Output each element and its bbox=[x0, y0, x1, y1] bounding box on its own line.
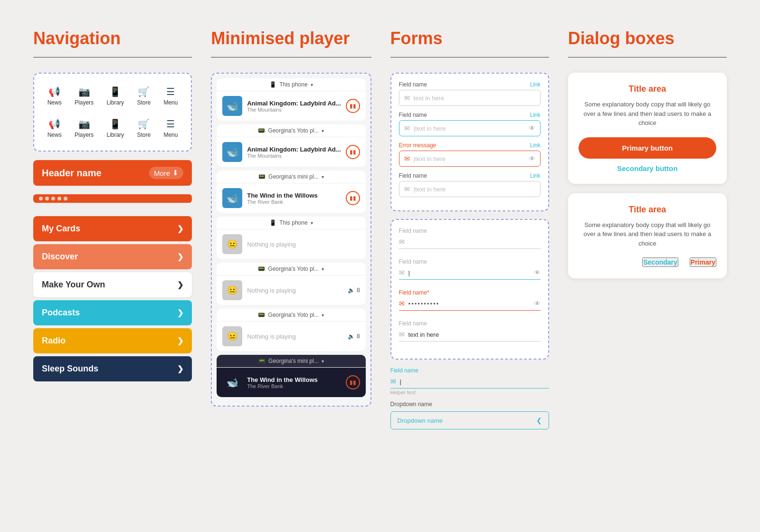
chevron-right-icon-2: ❯ bbox=[177, 252, 183, 261]
nav-item-news[interactable]: 📢 News bbox=[48, 86, 62, 106]
form-input-2[interactable]: ✉ |text in here 👁 bbox=[399, 120, 541, 136]
player-card-2: 📟 Georgina's Yoto pl... ▾ 🐋 Animal Kingd… bbox=[217, 124, 365, 167]
dialog-primary-button-1[interactable]: Primary button bbox=[579, 137, 716, 159]
device-bar-1[interactable]: 📱 This phone ▾ bbox=[217, 78, 365, 91]
player-nothing-2: 😐 Nothing is playing 🔉 8 bbox=[217, 276, 365, 305]
underline-label-2: Field name bbox=[399, 258, 541, 265]
form-input-1[interactable]: ✉ text in here bbox=[399, 90, 541, 106]
form-field-1: Field name Link ✉ text in here bbox=[399, 81, 541, 106]
phone-icon: 📱 bbox=[269, 81, 276, 88]
chevron-down-icon-6: ▾ bbox=[322, 313, 324, 318]
chevron-right-icon-3: ❯ bbox=[177, 280, 183, 289]
volume-value-2: 8 bbox=[357, 333, 360, 340]
underline-input-1[interactable]: ✉ bbox=[399, 235, 541, 249]
library-icon-2: 📱 bbox=[109, 118, 121, 130]
nav-label-store-2: Store bbox=[137, 132, 151, 138]
device-bar-3[interactable]: 📟 Georgina's mini pl... ▾ bbox=[217, 171, 365, 183]
nav-item-library-2[interactable]: 📱 Library bbox=[106, 118, 124, 138]
pause-btn-7[interactable]: ▮▮ bbox=[346, 375, 360, 390]
header-bar[interactable]: Header name More ⬇ bbox=[33, 160, 192, 186]
dialog-primary-button-2[interactable]: Primary bbox=[690, 257, 716, 267]
mini-icon-1: 📟 bbox=[258, 173, 266, 180]
underline-field-2: Field name ✉ | 👁 bbox=[399, 258, 541, 282]
dialog-secondary-button-1[interactable]: Secondary button bbox=[579, 164, 716, 172]
nav-label-menu: Menu bbox=[163, 99, 178, 106]
device-name-1: This phone bbox=[279, 81, 307, 88]
header-name-label: Header name bbox=[42, 168, 102, 179]
underline-field-4: Field name ✉ text in here bbox=[399, 320, 541, 343]
player-card-4: 📱 This phone ▾ 😐 Nothing is playing bbox=[217, 217, 365, 259]
underline-input-4[interactable]: ✉ text in here bbox=[399, 328, 541, 342]
track-subtitle-3: The River Bank bbox=[247, 199, 341, 205]
device-bar-4[interactable]: 📱 This phone ▾ bbox=[217, 217, 365, 229]
nav-item-store[interactable]: 🛒 Store bbox=[137, 86, 151, 106]
underline-label-3: Field name* bbox=[399, 289, 541, 296]
nav-label-players: Players bbox=[75, 99, 94, 106]
menu-item-discover[interactable]: Discover ❯ bbox=[33, 244, 192, 269]
dialog-secondary-button-2[interactable]: Secondary bbox=[642, 257, 678, 267]
nav-item-menu[interactable]: ☰ Menu bbox=[163, 86, 178, 106]
device-bar-2[interactable]: 📟 Georgina's Yoto pl... ▾ bbox=[217, 124, 365, 137]
device-name-4: This phone bbox=[279, 219, 307, 226]
device-bar-6[interactable]: 📟 Georgina's Yoto pl... ▾ bbox=[217, 309, 365, 322]
player-dashed-box: 📱 This phone ▾ 🐋 Animal Kingdom: Ladybir… bbox=[211, 73, 371, 407]
pause-btn-2[interactable]: ▮▮ bbox=[346, 145, 360, 159]
underline-input-2[interactable]: ✉ | 👁 bbox=[399, 266, 541, 280]
chevron-right-icon-6: ❯ bbox=[177, 364, 183, 373]
helper-text: Helper text bbox=[390, 390, 549, 395]
dialog-card-2: Title area Some explanatory body copy th… bbox=[568, 193, 727, 279]
menu-item-podcasts[interactable]: Podcasts ❯ bbox=[33, 300, 192, 325]
nav-item-news-2[interactable]: 📢 News bbox=[48, 118, 62, 138]
nav-item-players-2[interactable]: 📷 Players bbox=[75, 118, 94, 138]
nav-item-store-2[interactable]: 🛒 Store bbox=[137, 118, 151, 138]
underline-field-1: Field name ✉ bbox=[399, 228, 541, 251]
dropdown-control[interactable]: Dropdown name ❮ bbox=[390, 411, 549, 429]
navigation-title: Navigation bbox=[33, 28, 192, 48]
nav-item-library[interactable]: 📱 Library bbox=[106, 86, 124, 106]
form-input-3[interactable]: ✉ |text in here 👁 bbox=[399, 151, 541, 167]
eye-icon-4[interactable]: 👁 bbox=[534, 300, 541, 307]
eye-icon-2[interactable]: 👁 bbox=[529, 155, 535, 162]
player-row-3: 🐋 The Wind in the Willows The River Bank… bbox=[217, 183, 365, 213]
standalone-cursor: | bbox=[400, 378, 549, 385]
input-placeholder-3: |text in here bbox=[414, 155, 525, 162]
field-link-2[interactable]: Link bbox=[530, 112, 541, 118]
underline-cursor-1: | bbox=[408, 269, 530, 276]
standalone-input[interactable]: ✉ | bbox=[390, 375, 549, 389]
field-link-3[interactable]: Link bbox=[530, 142, 541, 149]
underline-input-3[interactable]: ✉ •••••••••• 👁 bbox=[399, 297, 541, 311]
field-label-1: Field name bbox=[399, 81, 427, 88]
eye-icon-1[interactable]: 👁 bbox=[529, 124, 535, 132]
chevron-down-icon-7: ▾ bbox=[322, 359, 324, 364]
header-more-btn[interactable]: More ⬇ bbox=[149, 167, 183, 179]
menu-item-sleep-sounds[interactable]: Sleep Sounds ❯ bbox=[33, 356, 192, 381]
menu-item-radio[interactable]: Radio ❯ bbox=[33, 328, 192, 353]
field-label-4: Field name bbox=[399, 172, 427, 179]
menu-item-my-cards[interactable]: My Cards ❯ bbox=[33, 216, 192, 241]
track-thumb-7: 🐋 bbox=[222, 372, 242, 392]
menu-item-make-your-own[interactable]: Make Your Own ❯ bbox=[33, 272, 192, 297]
nav-item-menu-2[interactable]: ☰ Menu bbox=[163, 118, 178, 138]
nav-label-news: News bbox=[48, 99, 62, 106]
volume-control-1[interactable]: 🔉 8 bbox=[348, 287, 360, 294]
field-link-1[interactable]: Link bbox=[530, 81, 541, 88]
underline-value-4: text in here bbox=[408, 331, 541, 338]
chevron-down-icon-1: ▾ bbox=[311, 82, 313, 87]
pause-btn-1[interactable]: ▮▮ bbox=[346, 99, 360, 113]
device-name-7: Georgina's mini pl... bbox=[268, 358, 319, 364]
nav-label-news-2: News bbox=[48, 132, 62, 138]
device-bar-7[interactable]: 📟 Georgina's mini pl... ▾ bbox=[217, 355, 365, 368]
chevron-down-icon-5: ▾ bbox=[322, 266, 324, 272]
eye-icon-3[interactable]: 👁 bbox=[534, 269, 541, 276]
standalone-field: Field name ✉ | Helper text bbox=[390, 367, 549, 395]
track-title-2: Animal Kingdom: Ladybird Ad... bbox=[247, 146, 341, 153]
form-input-4[interactable]: ✉ |text in here bbox=[399, 181, 541, 197]
envelope-icon-3: ✉ bbox=[404, 155, 410, 162]
news-icon-2: 📢 bbox=[48, 118, 60, 130]
volume-control-2[interactable]: 🔉 8 bbox=[348, 333, 360, 340]
pause-btn-3[interactable]: ▮▮ bbox=[346, 191, 360, 205]
standalone-label: Field name bbox=[390, 367, 549, 374]
nav-item-players[interactable]: 📷 Players bbox=[75, 86, 94, 106]
field-link-4[interactable]: Link bbox=[530, 172, 541, 179]
device-bar-5[interactable]: 📟 Georgina's Yoto pl... ▾ bbox=[217, 263, 365, 276]
